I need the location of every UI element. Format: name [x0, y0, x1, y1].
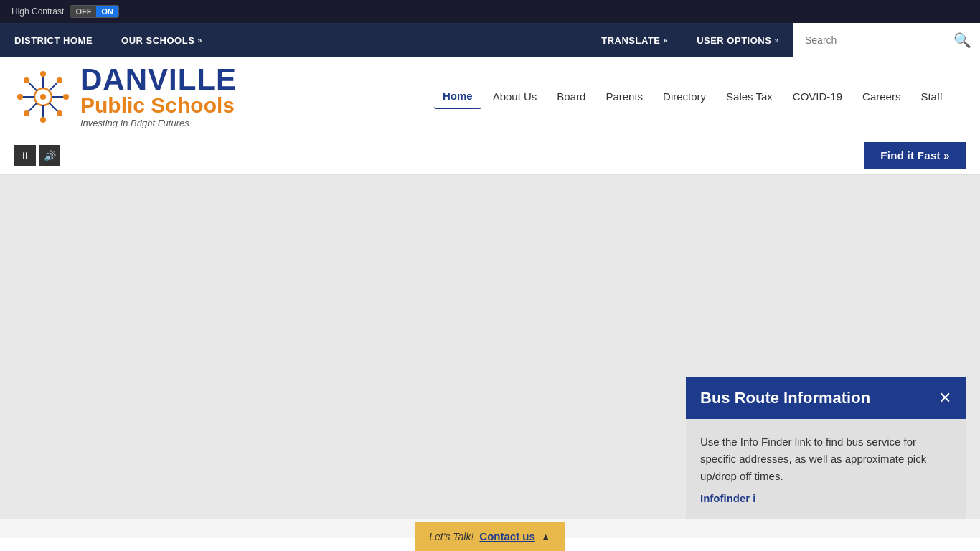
district-home-link[interactable]: DISTRICT HOME: [0, 23, 107, 57]
high-contrast-toggle[interactable]: OFF ON: [70, 5, 119, 18]
logo-danville: DANVILLE: [80, 65, 237, 95]
logo-tagline: Investing In Bright Futures: [80, 118, 237, 128]
svg-point-1: [40, 94, 46, 100]
high-contrast-label: High Contrast: [11, 6, 64, 17]
popup-close-button[interactable]: ✕: [938, 390, 951, 406]
top-bar: High Contrast OFF ON: [0, 0, 980, 23]
nav-right: TRANSLATE » USER OPTIONS » 🔍: [587, 23, 980, 57]
chat-lets-talk: Let's Talk!: [429, 531, 473, 539]
logo-icon: [14, 68, 72, 126]
our-schools-link[interactable]: OUR SCHOOLS »: [107, 23, 217, 57]
toggle-off[interactable]: OFF: [70, 6, 96, 17]
user-options-link[interactable]: USER OPTIONS »: [682, 23, 793, 57]
svg-point-10: [40, 71, 46, 77]
header: DANVILLE Public Schools Investing In Bri…: [0, 57, 980, 136]
popup-title: Bus Route Information: [700, 389, 870, 408]
svg-point-16: [57, 77, 62, 83]
chat-widget[interactable]: Let's Talk! Contact us ▲: [415, 522, 565, 538]
nav-board[interactable]: Board: [548, 85, 594, 108]
logo-text: DANVILLE Public Schools Investing In Bri…: [80, 65, 237, 128]
toggle-on[interactable]: ON: [96, 6, 118, 17]
content-area: ⏸ 🔊 Find it Fast » Bus Route Information…: [0, 136, 980, 538]
logo-area: DANVILLE Public Schools Investing In Bri…: [14, 65, 237, 128]
infofinder-link[interactable]: Infofinder i: [700, 492, 756, 504]
nav-home[interactable]: Home: [434, 84, 481, 109]
nav-about-us[interactable]: About Us: [484, 85, 546, 108]
nav-bar: DISTRICT HOME OUR SCHOOLS » TRANSLATE » …: [0, 23, 980, 57]
logo-public-schools: Public Schools: [80, 95, 237, 116]
pause-icon: ⏸: [20, 150, 30, 161]
nav-sales-tax[interactable]: Sales Tax: [717, 85, 781, 108]
popup-body-text: Use the Info Finder link to find bus ser…: [700, 433, 951, 485]
popup-body: Use the Info Finder link to find bus ser…: [686, 419, 966, 519]
chat-arrow-icon: ▲: [541, 531, 551, 539]
search-input[interactable]: [805, 34, 948, 46]
nav-left: DISTRICT HOME OUR SCHOOLS »: [0, 23, 217, 57]
find-it-fast-button[interactable]: Find it Fast »: [864, 142, 966, 169]
popup-header: Bus Route Information ✕: [686, 377, 966, 419]
media-controls: ⏸ 🔊: [14, 145, 60, 166]
our-schools-arrow: »: [197, 36, 202, 44]
translate-arrow: »: [664, 36, 669, 44]
nav-covid19[interactable]: COVID-19: [784, 85, 851, 108]
nav-careers[interactable]: Careers: [854, 85, 909, 108]
search-icon[interactable]: 🔍: [953, 32, 971, 49]
svg-point-14: [24, 77, 29, 83]
bus-route-popup: Bus Route Information ✕ Use the Info Fin…: [686, 377, 966, 519]
user-options-arrow: »: [774, 36, 779, 44]
svg-point-15: [57, 110, 62, 116]
nav-staff[interactable]: Staff: [912, 85, 951, 108]
nav-directory[interactable]: Directory: [654, 85, 715, 108]
svg-point-13: [63, 94, 69, 100]
main-nav: Home About Us Board Parents Directory Sa…: [434, 84, 951, 109]
speaker-icon: 🔊: [44, 150, 56, 161]
search-box: 🔍: [793, 23, 980, 57]
nav-parents[interactable]: Parents: [597, 85, 651, 108]
controls-bar: ⏸ 🔊 Find it Fast »: [0, 136, 980, 175]
chat-contact-link[interactable]: Contact us: [479, 530, 535, 538]
svg-point-12: [17, 94, 23, 100]
svg-point-11: [40, 117, 46, 123]
svg-point-17: [24, 110, 29, 116]
pause-button[interactable]: ⏸: [14, 145, 36, 166]
translate-link[interactable]: TRANSLATE »: [587, 23, 682, 57]
hero-area: Bus Route Information ✕ Use the Info Fin…: [0, 175, 980, 519]
speaker-button[interactable]: 🔊: [39, 145, 60, 166]
